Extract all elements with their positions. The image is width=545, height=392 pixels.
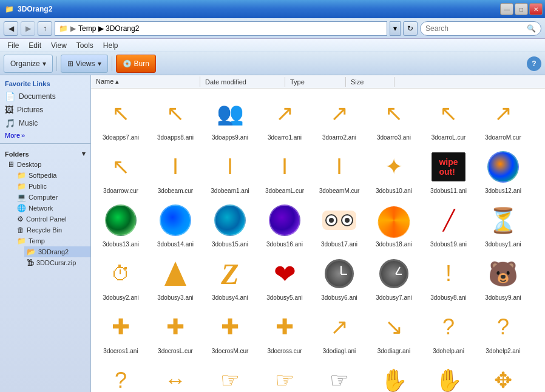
minimize-button[interactable]: — (500, 3, 513, 15)
burn-label: Burn (134, 59, 149, 68)
list-item[interactable]: 3dobus18.ani (367, 198, 421, 251)
list-item[interactable]: ☞3dolink.cur (203, 358, 257, 392)
list-item[interactable]: ↖3doapps8.ani (148, 91, 203, 144)
menu-view[interactable]: View (46, 40, 72, 51)
list-item[interactable]: ↖3doarrow.cur (93, 144, 148, 198)
list-item[interactable]: ↖3doapps7.ani (93, 91, 148, 144)
list-item[interactable]: ↔3dohor.ani (148, 358, 203, 392)
list-item[interactable]: ↗3doarroM.cur (476, 91, 530, 144)
list-item[interactable]: ✚3docros1.ani (93, 305, 148, 358)
file-name: 3doarrow.cur (103, 188, 138, 195)
file-name: 3dodiagr.ani (377, 348, 411, 355)
burn-button[interactable]: 💿 Burn (116, 55, 156, 73)
help-button[interactable]: ? (527, 56, 541, 71)
list-item[interactable]: ✋3dolink4.ani (367, 358, 421, 392)
temp-icon: 📁 (17, 237, 26, 245)
folders-section-header[interactable]: Folders ▾ (0, 146, 90, 159)
list-item[interactable]: 3dobus14.ani (148, 198, 203, 251)
list-item[interactable]: 3dobus15.ani (203, 198, 257, 251)
list-item[interactable]: ?3dohelp2.ani (476, 305, 530, 358)
list-item[interactable]: wipeout!3dobus11.ani (421, 144, 476, 198)
toolbar-separator-1 (56, 56, 57, 71)
list-item[interactable]: 3dobusy7.ani (367, 251, 421, 305)
menu-file[interactable]: File (2, 40, 24, 51)
softpedia-label: Softpedia (29, 172, 56, 179)
menu-help[interactable]: Help (98, 40, 123, 51)
views-button[interactable]: ⊞ Views ▾ (61, 55, 108, 73)
folder-recycle-bin[interactable]: 🗑 Recycle Bin (15, 225, 90, 235)
folder-control-panel[interactable]: ⚙ Control Panel (15, 214, 90, 225)
sidebar-item-pictures[interactable]: 🖼 Pictures (0, 103, 90, 117)
file-name: 3doapps7.ani (103, 134, 139, 141)
pictures-icon: 🖼 (5, 105, 13, 115)
folder-public[interactable]: 📁 Public (15, 181, 90, 192)
list-item[interactable]: 3dobus17.ani (312, 198, 367, 251)
list-item[interactable]: Z3dobusy4.ani (203, 251, 257, 305)
list-item[interactable]: ✚3docross.cur (257, 305, 312, 358)
list-item[interactable]: 3dobus16.ani (257, 198, 312, 251)
folder-computer[interactable]: 💻 Computer (15, 192, 90, 203)
col-size[interactable]: Size (346, 77, 394, 87)
list-item[interactable]: ↗3doarro1.ani (257, 91, 312, 144)
col-name[interactable]: Name ▴ (91, 76, 200, 87)
sidebar-item-documents[interactable]: 📄 Documents (0, 90, 90, 103)
list-item[interactable]: ↖3doarroL.cur (421, 91, 476, 144)
list-item[interactable]: ↘3dodiagr.ani (367, 305, 421, 358)
more-link[interactable]: More » (0, 130, 90, 141)
list-item[interactable]: ✚3docrosL.cur (148, 305, 203, 358)
list-item[interactable]: 3dobus13.ani (93, 198, 148, 251)
list-item[interactable]: ↗3dodiagI.ani (312, 305, 367, 358)
list-item[interactable]: 👥3doapps9.ani (203, 91, 257, 144)
address-path: Temp ▶ 3DOrang2 (78, 24, 139, 33)
file-name: 3doarroM.cur (485, 134, 521, 141)
list-item[interactable]: ☞3dolink3.ani (312, 358, 367, 392)
address-box[interactable]: 📁 ▶ Temp ▶ 3DOrang2 (55, 21, 387, 36)
back-button[interactable]: ◀ (4, 21, 18, 36)
folder-desktop[interactable]: 🖥 Desktop (5, 159, 90, 170)
search-input[interactable] (425, 24, 524, 33)
list-item[interactable]: ⏳3dobusy1.ani (476, 198, 530, 251)
list-item[interactable]: !3dobusy8.ani (421, 251, 476, 305)
refresh-button[interactable]: ↻ (403, 21, 418, 36)
list-item[interactable]: ?3dohelp3.ani (93, 358, 148, 392)
3ddcursr-icon: 🗜 (27, 259, 34, 267)
folder-temp[interactable]: 📁 Temp (15, 235, 90, 246)
list-item[interactable]: 🐻3dobusy9.ani (476, 251, 530, 305)
col-modified[interactable]: Date modified (200, 77, 285, 87)
list-item[interactable]: ✚3docrosM.cur (203, 305, 257, 358)
list-item[interactable]: 3dobus12.ani (476, 144, 530, 198)
menu-tools[interactable]: Tools (72, 40, 98, 51)
col-type[interactable]: Type (285, 77, 346, 87)
list-item[interactable]: I3dobeam1.ani (203, 144, 257, 198)
list-item[interactable]: ╱3dobus19.ani (421, 198, 476, 251)
list-item[interactable]: ?3dohelp.ani (421, 305, 476, 358)
folder-3ddrang2[interactable]: 📂 3DDrang2 (24, 246, 90, 257)
folder-network[interactable]: 🌐 Network (15, 203, 90, 214)
list-item[interactable]: I3dobeam.cur (148, 144, 203, 198)
file-name: 3doarro2.ani (322, 134, 356, 141)
maximize-button[interactable]: □ (515, 3, 528, 15)
list-item[interactable]: ☞3dolink2.ani (257, 358, 312, 392)
menu-edit[interactable]: Edit (24, 40, 46, 51)
forward-button[interactable]: ▶ (21, 21, 35, 36)
list-item[interactable]: ✋3dolinkR.cur (421, 358, 476, 392)
list-item[interactable]: 3dobusy3.ani (148, 251, 203, 305)
list-item[interactable]: ✥3domove.ani (476, 358, 530, 392)
list-item[interactable]: ↗3doarro2.ani (312, 91, 367, 144)
up-button[interactable]: ↑ (38, 21, 52, 36)
list-item[interactable]: ↖3doarro3.ani (367, 91, 421, 144)
organize-button[interactable]: Organize ▾ (4, 55, 53, 73)
address-dropdown[interactable]: ▾ (390, 21, 401, 36)
list-item[interactable]: 3dobusy6.ani (312, 251, 367, 305)
close-button[interactable]: ✕ (529, 3, 543, 15)
list-item[interactable]: I3dobeamL.cur (257, 144, 312, 198)
list-item[interactable]: ❤3dobusy5.ani (257, 251, 312, 305)
file-name: 3dobusy1.ani (485, 241, 521, 248)
list-item[interactable]: I3dobeamM.cur (312, 144, 367, 198)
list-item[interactable]: ✦3dobus10.ani (367, 144, 421, 198)
list-item[interactable]: ⏱3dobusy2.ani (93, 251, 148, 305)
sidebar-item-music[interactable]: 🎵 Music (0, 117, 90, 130)
folder-3ddcursr[interactable]: 🗜 3DDCursr.zip (24, 257, 90, 268)
folder-softpedia[interactable]: 📁 Softpedia (15, 170, 90, 181)
search-box[interactable]: 🔍 (420, 21, 541, 36)
